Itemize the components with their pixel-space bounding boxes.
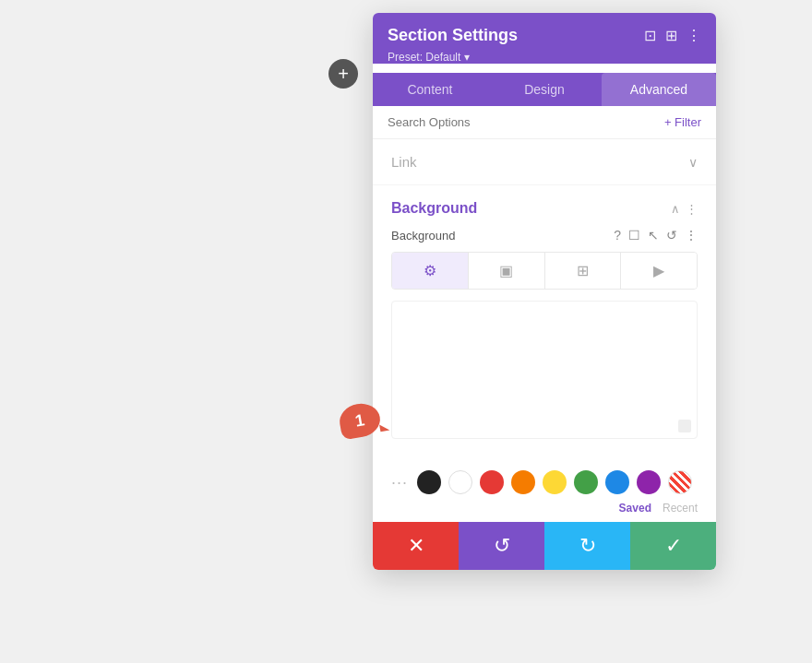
saved-recent-tabs: Saved Recent bbox=[373, 498, 716, 522]
swatch-purple[interactable] bbox=[637, 470, 661, 494]
background-row-label: Background bbox=[391, 229, 455, 243]
bg-type-color[interactable]: ⚙ bbox=[392, 253, 469, 289]
background-section-controls: ∧ ⋮ bbox=[671, 202, 698, 216]
settings-panel: Section Settings ⊡ ⊞ ⋮ Preset: Default ▾… bbox=[373, 13, 716, 570]
recent-tab[interactable]: Recent bbox=[663, 502, 698, 515]
swatch-white[interactable] bbox=[448, 470, 472, 494]
more-icon[interactable]: ⋮ bbox=[685, 228, 698, 243]
link-label: Link bbox=[391, 154, 417, 170]
background-title: Background bbox=[391, 200, 477, 217]
background-row: Background ? ☐ ↖ ↺ ⋮ bbox=[391, 228, 698, 243]
swatch-green[interactable] bbox=[574, 470, 598, 494]
preset-label[interactable]: Preset: Default ▾ bbox=[388, 51, 701, 64]
plus-icon: + bbox=[338, 64, 349, 85]
gradient-tab-icon: ▣ bbox=[499, 263, 513, 278]
bg-type-image[interactable]: ⊞ bbox=[545, 253, 622, 289]
cursor-icon[interactable]: ↖ bbox=[648, 228, 659, 243]
panel-body: Link ∨ Background ∧ ⋮ Background ? ☐ ↖ bbox=[373, 139, 716, 522]
search-input[interactable] bbox=[388, 115, 664, 129]
panel-header-top: Section Settings ⊡ ⊞ ⋮ bbox=[388, 26, 701, 45]
fullscreen-icon[interactable]: ⊡ bbox=[644, 27, 656, 44]
background-menu-icon[interactable]: ⋮ bbox=[686, 202, 698, 216]
background-section-header: Background ∧ ⋮ bbox=[391, 200, 698, 217]
cancel-icon: ✕ bbox=[408, 534, 424, 558]
search-bar: + Filter bbox=[373, 106, 716, 139]
swatch-yellow[interactable] bbox=[543, 470, 567, 494]
save-icon: ✓ bbox=[665, 534, 682, 558]
more-swatches-icon[interactable]: ··· bbox=[391, 473, 408, 492]
reset-icon[interactable]: ↺ bbox=[666, 228, 677, 243]
panel-title: Section Settings bbox=[388, 26, 518, 45]
swatch-red[interactable] bbox=[480, 470, 504, 494]
background-type-tabs: ⚙ ▣ ⊞ ▶ bbox=[391, 252, 698, 290]
redo-button[interactable]: ↻ bbox=[544, 522, 630, 570]
add-button[interactable]: + bbox=[328, 59, 358, 89]
panel-header: Section Settings ⊡ ⊞ ⋮ Preset: Default ▾ bbox=[373, 13, 716, 64]
swatch-blue[interactable] bbox=[605, 470, 629, 494]
panel-tabs: Content Design Advanced bbox=[373, 73, 716, 106]
image-tab-icon: ⊞ bbox=[577, 263, 589, 278]
background-row-icons: ? ☐ ↖ ↺ ⋮ bbox=[614, 228, 698, 243]
reset-button[interactable]: ↺ bbox=[459, 522, 544, 570]
link-section-row[interactable]: Link ∨ bbox=[373, 139, 716, 185]
more-options-icon[interactable]: ⋮ bbox=[687, 27, 701, 44]
help-icon[interactable]: ? bbox=[614, 228, 621, 243]
link-chevron-down-icon: ∨ bbox=[688, 155, 698, 170]
reset-icon: ↺ bbox=[494, 534, 510, 558]
panel-footer: ✕ ↺ ↻ ✓ bbox=[373, 522, 716, 570]
mobile-icon[interactable]: ☐ bbox=[628, 228, 640, 243]
background-section: Background ∧ ⋮ Background ? ☐ ↖ ↺ ⋮ bbox=[373, 185, 716, 461]
color-swatches-row: ··· bbox=[391, 470, 698, 494]
columns-icon[interactable]: ⊞ bbox=[665, 27, 677, 44]
tab-design[interactable]: Design bbox=[487, 73, 602, 106]
background-canvas[interactable] bbox=[391, 301, 698, 439]
bg-type-video[interactable]: ▶ bbox=[621, 253, 697, 289]
canvas-resize-handle[interactable] bbox=[678, 420, 691, 432]
background-collapse-icon[interactable]: ∧ bbox=[671, 202, 680, 216]
swatch-orange[interactable] bbox=[511, 470, 535, 494]
tab-content[interactable]: Content bbox=[373, 73, 487, 106]
bg-type-gradient[interactable]: ▣ bbox=[469, 253, 545, 289]
redo-icon: ↻ bbox=[579, 534, 596, 558]
color-tab-icon: ⚙ bbox=[424, 263, 436, 278]
saved-tab[interactable]: Saved bbox=[619, 502, 651, 515]
swatch-black[interactable] bbox=[417, 470, 441, 494]
filter-button[interactable]: + Filter bbox=[664, 115, 701, 129]
color-swatches-area: ··· bbox=[373, 461, 716, 498]
tab-advanced[interactable]: Advanced bbox=[602, 73, 716, 106]
badge-label: 1 bbox=[353, 410, 366, 431]
cancel-button[interactable]: ✕ bbox=[373, 522, 459, 570]
swatch-none[interactable] bbox=[668, 470, 692, 494]
video-tab-icon: ▶ bbox=[653, 263, 664, 278]
save-button[interactable]: ✓ bbox=[630, 522, 716, 570]
panel-header-icons: ⊡ ⊞ ⋮ bbox=[644, 27, 701, 44]
